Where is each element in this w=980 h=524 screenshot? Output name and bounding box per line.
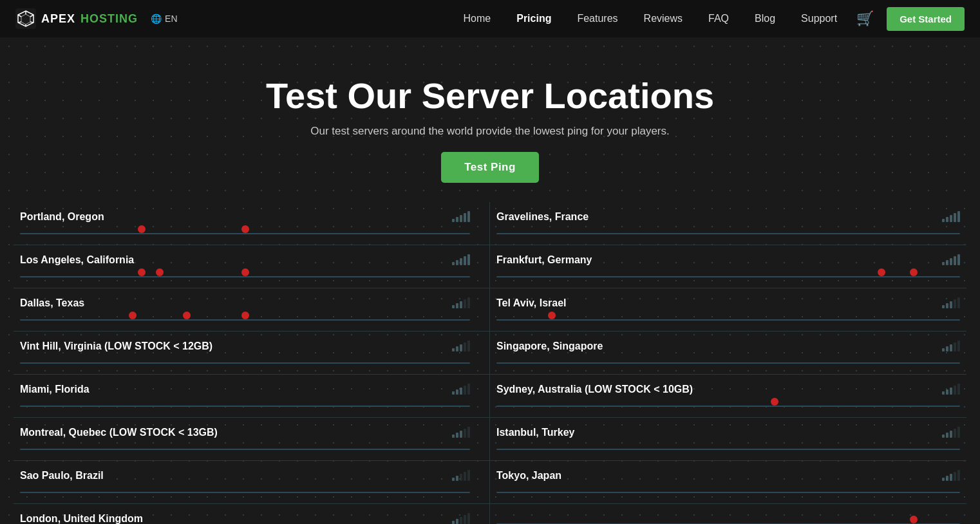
location-name: Dallas, Texas bbox=[20, 297, 84, 309]
signal-icon bbox=[452, 427, 470, 438]
location-name: Los Angeles, California bbox=[20, 254, 134, 266]
test-ping-button[interactable]: Test Ping bbox=[441, 152, 539, 183]
locations-right-column: Gravelines, France bbox=[490, 202, 966, 524]
ping-track bbox=[496, 400, 960, 411]
brand-hosting: HOSTING bbox=[80, 12, 138, 26]
svg-line-7 bbox=[18, 22, 21, 23]
location-name: London, United Kingdom bbox=[20, 513, 143, 524]
ping-track bbox=[20, 487, 470, 497]
signal-icon bbox=[452, 211, 470, 222]
signal-icon bbox=[942, 254, 960, 265]
get-started-button[interactable]: Get Started bbox=[887, 7, 965, 31]
signal-icon bbox=[942, 211, 960, 222]
location-name: Frankfurt, Germany bbox=[496, 254, 592, 266]
ping-track bbox=[496, 314, 960, 324]
location-singapore: Singapore, Singapore bbox=[490, 332, 966, 375]
hero-section: Test Our Server Locations Our test serve… bbox=[14, 76, 966, 183]
location-dallas: Dallas, Texas bbox=[14, 288, 490, 332]
ping-track bbox=[496, 487, 960, 497]
signal-icon bbox=[452, 513, 470, 524]
location-london: London, United Kingdom bbox=[14, 504, 490, 524]
signal-icon bbox=[452, 254, 470, 265]
lang-label: EN bbox=[165, 14, 177, 24]
ping-track bbox=[496, 271, 960, 281]
ping-track bbox=[20, 314, 470, 324]
location-istanbul: Istanbul, Turkey bbox=[490, 418, 966, 461]
ping-track bbox=[496, 228, 960, 238]
location-name: Sydney, Australia (LOW STOCK < 10GB) bbox=[496, 384, 693, 395]
signal-icon bbox=[452, 470, 470, 481]
nav-support[interactable]: Support bbox=[801, 13, 837, 24]
locations-grid: Portland, Oregon bbox=[14, 202, 966, 524]
locations-left-column: Portland, Oregon bbox=[14, 202, 490, 524]
ping-track bbox=[20, 400, 470, 411]
location-extra bbox=[490, 504, 966, 524]
signal-icon bbox=[942, 297, 960, 308]
ping-track bbox=[20, 228, 470, 238]
nav-links: Home Pricing Features Reviews FAQ Blog S… bbox=[464, 13, 838, 24]
location-miami: Miami, Florida bbox=[14, 375, 490, 418]
language-selector[interactable]: 🌐 EN bbox=[151, 14, 177, 24]
location-frankfurt: Frankfurt, Germany bbox=[490, 245, 966, 288]
location-name: Istanbul, Turkey bbox=[496, 427, 575, 438]
ping-track bbox=[496, 518, 960, 524]
location-name: Vint Hill, Virginia (LOW STOCK < 12GB) bbox=[20, 341, 212, 352]
location-name: Montreal, Quebec (LOW STOCK < 13GB) bbox=[20, 427, 218, 438]
signal-icon bbox=[452, 297, 470, 308]
location-tel-aviv: Tel Aviv, Israel bbox=[490, 288, 966, 332]
location-name: Gravelines, France bbox=[496, 211, 589, 223]
location-tokyo: Tokyo, Japan bbox=[490, 461, 966, 504]
location-name: Sao Paulo, Brazil bbox=[20, 470, 104, 482]
location-name: Singapore, Singapore bbox=[496, 341, 603, 352]
main-content: Test Our Server Locations Our test serve… bbox=[0, 37, 980, 524]
location-vint-hill: Vint Hill, Virginia (LOW STOCK < 12GB) bbox=[14, 332, 490, 375]
nav-blog[interactable]: Blog bbox=[755, 13, 775, 24]
nav-reviews[interactable]: Reviews bbox=[644, 13, 683, 24]
signal-icon bbox=[942, 470, 960, 481]
location-name: Miami, Florida bbox=[20, 384, 90, 395]
location-name: Tokyo, Japan bbox=[496, 470, 561, 482]
nav-features[interactable]: Features bbox=[577, 13, 617, 24]
ping-track bbox=[20, 271, 470, 281]
signal-icon bbox=[942, 341, 960, 351]
location-los-angeles: Los Angeles, California bbox=[14, 245, 490, 288]
main-nav: APEX HOSTING 🌐 EN Home Pricing Features … bbox=[0, 0, 980, 37]
hero-subtitle: Our test servers around the world provid… bbox=[14, 125, 966, 138]
location-sydney: Sydney, Australia (LOW STOCK < 10GB) bbox=[490, 375, 966, 418]
ping-track bbox=[20, 444, 470, 454]
brand-apex: APEX bbox=[41, 12, 75, 26]
logo[interactable]: APEX HOSTING bbox=[15, 8, 138, 29]
location-sao-paulo: Sao Paulo, Brazil bbox=[14, 461, 490, 504]
cart-icon[interactable]: 🛒 bbox=[856, 10, 874, 27]
nav-pricing[interactable]: Pricing bbox=[516, 13, 551, 24]
svg-line-5 bbox=[30, 22, 33, 23]
signal-icon bbox=[452, 341, 470, 351]
location-name: Portland, Oregon bbox=[20, 211, 104, 223]
location-name: Tel Aviv, Israel bbox=[496, 297, 567, 309]
globe-icon: 🌐 bbox=[151, 14, 162, 24]
signal-icon bbox=[942, 427, 960, 438]
location-gravelines: Gravelines, France bbox=[490, 202, 966, 245]
ping-track bbox=[20, 357, 470, 368]
nav-home[interactable]: Home bbox=[464, 13, 491, 24]
page-title: Test Our Server Locations bbox=[14, 76, 966, 116]
location-montreal: Montreal, Quebec (LOW STOCK < 13GB) bbox=[14, 418, 490, 461]
signal-icon bbox=[942, 384, 960, 395]
nav-faq[interactable]: FAQ bbox=[708, 13, 729, 24]
ping-track bbox=[496, 444, 960, 454]
signal-icon bbox=[452, 384, 470, 395]
location-portland: Portland, Oregon bbox=[14, 202, 490, 245]
ping-track bbox=[496, 357, 960, 368]
